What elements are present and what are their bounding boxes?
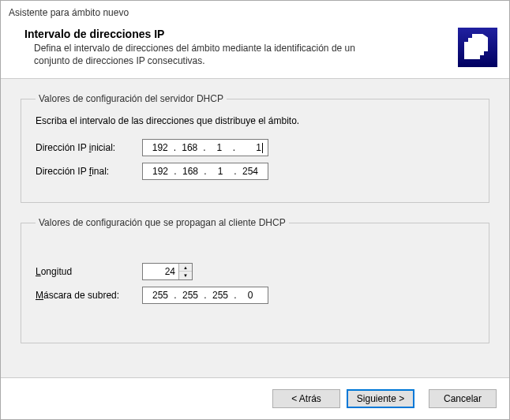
spinner-buttons: ▲ ▼: [178, 264, 192, 279]
end-ip-row: Dirección IP final: 192.168.1.254: [36, 163, 474, 180]
mask-label: Máscara de subred:: [36, 290, 142, 301]
end-ip-input[interactable]: 192.168.1.254: [142, 163, 268, 180]
window-title: Asistente para ámbito nuevo: [1, 1, 509, 20]
dhcp-server-group: Valores de configuración del servidor DH…: [21, 93, 489, 203]
length-spinner[interactable]: 24 ▲ ▼: [142, 263, 193, 280]
spinner-up-button[interactable]: ▲: [179, 264, 192, 272]
dhcp-server-legend: Valores de configuración del servidor DH…: [36, 93, 227, 104]
start-ip-row: Dirección IP inicial: 192.168.1.1: [36, 139, 474, 156]
header-text-block: Intervalo de direcciones IP Defina el in…: [24, 28, 458, 67]
page-description: Defina el intervalo de direcciones del á…: [24, 42, 388, 67]
spinner-down-button[interactable]: ▼: [179, 272, 192, 279]
wizard-footer: < Atrás Siguiente > Cancelar: [1, 377, 509, 419]
length-row: Longitud 24 ▲ ▼: [36, 263, 474, 280]
server-intro-text: Escriba el intervalo de las direcciones …: [36, 115, 474, 126]
subnet-mask-input[interactable]: 255.255.255.0: [142, 287, 268, 304]
wizard-header: Intervalo de direcciones IP Defina el in…: [1, 20, 509, 79]
page-title: Intervalo de direcciones IP: [24, 28, 458, 40]
folders-icon: [458, 28, 497, 67]
text-caret: [262, 143, 263, 153]
start-ip-input[interactable]: 192.168.1.1: [142, 139, 268, 156]
length-value[interactable]: 24: [143, 264, 178, 279]
end-ip-label: Dirección IP final:: [36, 166, 142, 177]
wizard-window: Asistente para ámbito nuevo Intervalo de…: [0, 0, 510, 420]
back-button[interactable]: < Atrás: [272, 389, 340, 408]
wizard-body: Valores de configuración del servidor DH…: [1, 79, 509, 377]
dhcp-client-legend: Valores de configuración que se propagan…: [36, 217, 289, 228]
length-label: Longitud: [36, 266, 142, 277]
dhcp-client-group: Valores de configuración que se propagan…: [21, 217, 489, 343]
start-ip-label: Dirección IP inicial:: [36, 142, 142, 153]
next-button[interactable]: Siguiente >: [347, 389, 414, 408]
mask-row: Máscara de subred: 255.255.255.0: [36, 287, 474, 304]
cancel-button[interactable]: Cancelar: [429, 389, 497, 408]
